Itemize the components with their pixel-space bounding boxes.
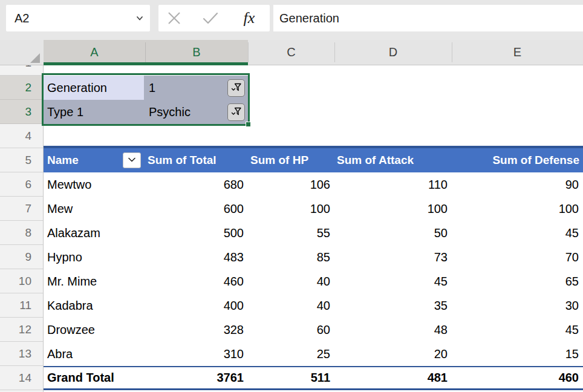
cell-B6[interactable]: 680 <box>145 172 248 197</box>
column-header-D[interactable]: D <box>334 40 452 65</box>
cell-D11[interactable]: 35 <box>334 293 452 318</box>
cell-A3[interactable]: Type 1 <box>44 100 144 124</box>
cell-B10[interactable]: 460 <box>145 269 248 293</box>
cell-A6[interactable]: Mewtwo <box>44 172 145 197</box>
pivot-row: Hypno483857370 <box>44 245 583 269</box>
column-divider[interactable] <box>452 42 452 62</box>
cell-B14[interactable]: 3761 <box>145 367 248 388</box>
cell-C8[interactable]: 55 <box>248 221 334 245</box>
cell-D10[interactable]: 45 <box>334 269 452 293</box>
column-header-A[interactable]: A <box>44 40 145 65</box>
formula-input[interactable]: Generation <box>273 5 583 31</box>
chevron-down-icon[interactable] <box>135 14 144 25</box>
cell-D9[interactable]: 73 <box>334 245 452 269</box>
row-number: 6 <box>0 172 31 197</box>
row-header-4[interactable]: 4 <box>0 124 43 148</box>
pivot-header-row: Name Sum of Total Sum of HP Sum of Attac… <box>44 146 583 172</box>
column-divider[interactable] <box>248 42 249 62</box>
insert-function-button[interactable]: fx <box>237 7 261 29</box>
row-header-6[interactable]: 6 <box>0 172 43 197</box>
row-number: 13 <box>0 342 31 366</box>
name-filter-dropdown[interactable] <box>123 152 141 168</box>
cell-E11[interactable]: 30 <box>452 293 583 318</box>
row-header-14[interactable]: 14 <box>0 366 43 390</box>
cell-D12[interactable]: 48 <box>334 318 452 342</box>
cell-C7[interactable]: 100 <box>248 197 334 221</box>
cell-E5[interactable]: Sum of Defense <box>452 148 583 172</box>
formula-content: Generation <box>279 5 339 31</box>
cell-C11[interactable]: 40 <box>248 293 334 318</box>
cell-E13[interactable]: 15 <box>452 342 583 366</box>
column-header-E[interactable]: E <box>452 40 583 65</box>
filter-button-generation[interactable] <box>227 79 245 97</box>
cancel-icon[interactable] <box>167 11 181 28</box>
cell-B11[interactable]: 400 <box>145 293 248 318</box>
cell-D8[interactable]: 50 <box>334 221 452 245</box>
cell-A13[interactable]: Abra <box>44 342 145 366</box>
grand-total-row: Grand Total 3761 511 481 460 <box>44 366 583 390</box>
row-header-2[interactable]: 2 <box>0 76 43 100</box>
cell-C14[interactable]: 511 <box>248 367 334 388</box>
cell-E10[interactable]: 65 <box>452 269 583 293</box>
check-icon[interactable] <box>202 11 219 28</box>
cell-E9[interactable]: 70 <box>452 245 583 269</box>
row-header-10[interactable]: 10 <box>0 269 43 293</box>
row-header-8[interactable]: 8 <box>0 221 43 245</box>
select-all-icon[interactable] <box>30 53 40 63</box>
cell-B12[interactable]: 328 <box>145 318 248 342</box>
column-header-B[interactable]: B <box>145 40 248 65</box>
row-header-1[interactable]: 1 <box>0 65 43 76</box>
cell-E8[interactable]: 45 <box>452 221 583 245</box>
cell-A14[interactable]: Grand Total <box>44 367 145 388</box>
cell-B8[interactable]: 500 <box>145 221 248 245</box>
pivot-row: Drowzee328604845 <box>44 318 583 342</box>
cell-E14[interactable]: 460 <box>452 367 583 388</box>
cell-A8[interactable]: Alakazam <box>44 221 145 245</box>
filter-icon <box>230 106 242 119</box>
cell-B13[interactable]: 310 <box>145 342 248 366</box>
row-header-12[interactable]: 12 <box>0 318 43 342</box>
column-header-C[interactable]: C <box>248 40 334 65</box>
fill-handle[interactable] <box>246 122 251 127</box>
row-number: 3 <box>0 100 31 124</box>
cell-D5[interactable]: Sum of Attack <box>334 148 452 172</box>
cell-C12[interactable]: 60 <box>248 318 334 342</box>
cell-B7[interactable]: 600 <box>145 197 248 221</box>
cell-A11[interactable]: Kadabra <box>44 293 145 318</box>
cell-A9[interactable]: Hypno <box>44 245 145 269</box>
row-header-3[interactable]: 3 <box>0 100 43 124</box>
row-number: 8 <box>0 221 31 245</box>
cell-D13[interactable]: 20 <box>334 342 452 366</box>
cell-C9[interactable]: 85 <box>248 245 334 269</box>
cell-C13[interactable]: 25 <box>248 342 334 366</box>
pivot-row: Mew600100100100 <box>44 197 583 221</box>
formula-bar-region: A2 fx Generation <box>0 0 583 40</box>
row-header-13[interactable]: 13 <box>0 342 43 366</box>
cell-A2[interactable]: Generation <box>44 76 144 100</box>
row-number: 12 <box>0 318 31 342</box>
filter-button-type1[interactable] <box>227 103 245 121</box>
row-number: 2 <box>0 76 31 100</box>
chevron-down-icon <box>127 156 137 165</box>
row-header-9[interactable]: 9 <box>0 245 43 269</box>
cell-C6[interactable]: 106 <box>248 172 334 197</box>
cell-E12[interactable]: 45 <box>452 318 583 342</box>
row-header-7[interactable]: 7 <box>0 197 43 221</box>
row-header-11[interactable]: 11 <box>0 293 43 318</box>
cell-B5[interactable]: Sum of Total <box>145 148 248 172</box>
cell-D6[interactable]: 110 <box>334 172 452 197</box>
column-divider[interactable] <box>145 42 146 62</box>
column-divider[interactable] <box>334 42 335 62</box>
name-box[interactable]: A2 <box>6 5 150 31</box>
cell-D7[interactable]: 100 <box>334 197 452 221</box>
cell-C5[interactable]: Sum of HP <box>248 148 334 172</box>
row-header-5[interactable]: 5 <box>0 148 43 172</box>
cell-D14[interactable]: 481 <box>334 367 452 388</box>
cell-A12[interactable]: Drowzee <box>44 318 145 342</box>
cell-A7[interactable]: Mew <box>44 197 145 221</box>
cell-E7[interactable]: 100 <box>452 197 583 221</box>
cell-E6[interactable]: 90 <box>452 172 583 197</box>
cell-C10[interactable]: 40 <box>248 269 334 293</box>
cell-B9[interactable]: 483 <box>145 245 248 269</box>
cell-A10[interactable]: Mr. Mime <box>44 269 145 293</box>
